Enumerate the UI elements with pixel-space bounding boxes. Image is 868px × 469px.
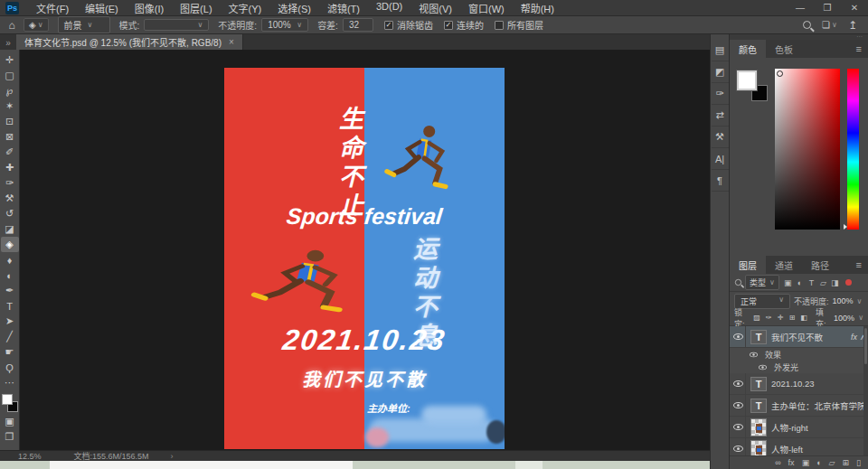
brush-settings-icon[interactable]: ✑ [712, 83, 729, 105]
menu-item-图层(L)[interactable]: 图层(L) [172, 0, 220, 17]
eyedropper-tool[interactable]: ✐ [1, 145, 19, 160]
layer-row[interactable]: 人物-right [730, 417, 868, 438]
tool-preset-picker[interactable]: ◈ ∨ [24, 18, 49, 32]
layer-row[interactable]: T我们不见不散fx ∧ [730, 326, 868, 348]
path-select-tool[interactable]: ➤ [1, 314, 19, 329]
checkbox-所有图层[interactable]: 所有图层 [495, 18, 543, 32]
tab-paths[interactable]: 路径 [802, 256, 838, 274]
layers-scrollbar[interactable] [863, 326, 868, 460]
tab-close-icon[interactable]: × [229, 37, 234, 47]
paragraph-panel-icon[interactable]: ¶ [712, 170, 729, 192]
healing-brush-tool[interactable]: ✚ [1, 160, 19, 175]
filter-adjustment-icon[interactable]: ◐ [794, 278, 806, 287]
lock-pixels-icon[interactable]: ✑ [764, 314, 773, 322]
filter-type-icon[interactable]: T [806, 278, 817, 287]
menu-item-图像(I)[interactable]: 图像(I) [127, 0, 172, 17]
status-chevron-icon[interactable]: › [171, 452, 174, 461]
opacity-value[interactable]: 100% [833, 296, 854, 305]
effect-visibility-toggle[interactable] [746, 352, 760, 358]
screen-mode-icon[interactable]: ❐ [1, 429, 19, 445]
foreground-color-swatch[interactable] [737, 70, 757, 90]
delete-layer-icon[interactable]: ▯ [856, 458, 861, 467]
marquee-tool[interactable]: ▢ [1, 68, 19, 83]
foreground-color-swatch[interactable] [2, 394, 13, 405]
history-brush-tool[interactable]: ↺ [1, 206, 19, 221]
pen-tool[interactable]: ✒ [1, 283, 19, 298]
layer-effect-row[interactable]: 效果 [730, 348, 868, 361]
tools-more[interactable]: ⋯ [1, 375, 19, 390]
layer-row[interactable]: T主办单位：北京体育学院 [730, 395, 868, 417]
filter-toggle[interactable] [845, 279, 852, 286]
lock-all-icon[interactable]: ◧ [799, 314, 808, 322]
adjustment-layer-icon[interactable]: ◐ [816, 458, 821, 467]
frame-tool[interactable]: ⊠ [1, 129, 19, 145]
eraser-tool[interactable]: ◪ [1, 221, 19, 237]
zoom-tool[interactable]: Ϙ [1, 360, 19, 375]
type-tool[interactable]: T [1, 298, 19, 314]
tolerance-input[interactable]: 32 [343, 18, 373, 32]
crop-tool[interactable]: ⊡ [1, 114, 19, 129]
menu-item-编辑(E)[interactable]: 编辑(E) [77, 0, 127, 17]
fill-value[interactable]: 100% [834, 314, 854, 323]
toolbar-color-swatches[interactable] [2, 394, 18, 412]
filter-type-select[interactable]: 类型 ∨ [745, 275, 779, 290]
layer-row[interactable]: T2021.10.23 [730, 373, 868, 395]
layer-visibility-toggle[interactable] [731, 417, 746, 437]
panel-menu-icon[interactable]: ≡ [850, 256, 868, 274]
layer-style-icon[interactable]: fx [788, 458, 795, 467]
tab-collapse-icon[interactable]: » [0, 38, 16, 50]
color-saturation-field[interactable] [775, 69, 840, 230]
hue-slider-marker[interactable] [844, 224, 847, 230]
add-mask-icon[interactable]: ▣ [802, 458, 810, 467]
workspace-switcher[interactable]: ❏ ∨ [822, 20, 837, 30]
layer-visibility-toggle[interactable] [731, 326, 746, 347]
foreground-background-swatches[interactable] [737, 70, 768, 101]
minimize-button[interactable]: — [787, 0, 814, 15]
menu-item-文件(F)[interactable]: 文件(F) [28, 0, 77, 17]
panel-menu-icon[interactable]: ≡ [850, 40, 868, 58]
close-button[interactable]: ✕ [841, 0, 868, 15]
tab-layers[interactable]: 图层 [730, 256, 766, 274]
home-icon[interactable]: ⌂ [0, 19, 24, 32]
color-cursor[interactable] [777, 70, 783, 77]
adjustments-icon[interactable]: ◩ [712, 61, 729, 83]
paint-bucket-tool[interactable]: ◈ [1, 237, 19, 252]
search-icon[interactable] [803, 21, 811, 29]
filter-pixel-icon[interactable]: ▣ [782, 278, 794, 287]
fill-source-select[interactable]: 前景 ∨ [58, 16, 110, 33]
mode-select[interactable]: ∨ [144, 19, 209, 31]
document-tab[interactable]: 体育文化节.psd @ 12.5% (我们不见不散, RGB/8) × [16, 34, 243, 50]
new-group-icon[interactable]: ▱ [829, 458, 835, 467]
line-tool[interactable]: ╱ [1, 329, 19, 344]
menu-item-文字(Y)[interactable]: 文字(Y) [221, 0, 270, 17]
canvas-area[interactable]: 生命不止 Sports festival 运动不息 [20, 50, 710, 450]
layer-effect-row[interactable]: 外发光 [730, 361, 868, 373]
hue-slider[interactable] [847, 69, 859, 230]
opacity-input[interactable]: 100% ∨ [261, 18, 308, 32]
clone-source-icon[interactable]: ⚒ [712, 127, 729, 148]
magic-wand-tool[interactable]: ✶ [1, 98, 19, 114]
tab-color[interactable]: 颜色 [730, 40, 766, 58]
hand-tool[interactable]: ☛ [1, 344, 19, 360]
link-layers-icon[interactable]: ∞ [775, 458, 780, 467]
clone-stamp-tool[interactable]: ⚒ [1, 191, 19, 206]
lock-transparent-icon[interactable]: ▨ [752, 314, 761, 322]
restore-button[interactable]: ❐ [814, 0, 841, 15]
layer-visibility-toggle[interactable] [731, 395, 746, 416]
quick-mask-icon[interactable]: ▣ [1, 414, 19, 429]
poster-document[interactable]: 生命不止 Sports festival 运动不息 [224, 68, 505, 449]
character-panel-icon[interactable]: A| [712, 148, 729, 170]
lock-position-icon[interactable]: ✛ [776, 314, 785, 322]
menu-item-视图(V)[interactable]: 视图(V) [410, 0, 460, 17]
tab-channels[interactable]: 通道 [766, 256, 802, 274]
filter-smart-object-icon[interactable]: ◨ [829, 278, 841, 287]
tab-swatches[interactable]: 色板 [766, 40, 802, 58]
layer-visibility-toggle[interactable] [731, 373, 746, 394]
lasso-tool[interactable]: ℘ [1, 83, 19, 98]
zoom-level[interactable]: 12.5% [18, 452, 42, 461]
menu-item-帮助(H)[interactable]: 帮助(H) [513, 0, 562, 17]
blur-tool[interactable]: ♦ [1, 252, 19, 267]
new-layer-icon[interactable]: ⊞ [843, 458, 850, 467]
histogram-icon[interactable]: ▤ [712, 40, 729, 61]
dodge-tool[interactable]: ◐ [1, 267, 19, 283]
